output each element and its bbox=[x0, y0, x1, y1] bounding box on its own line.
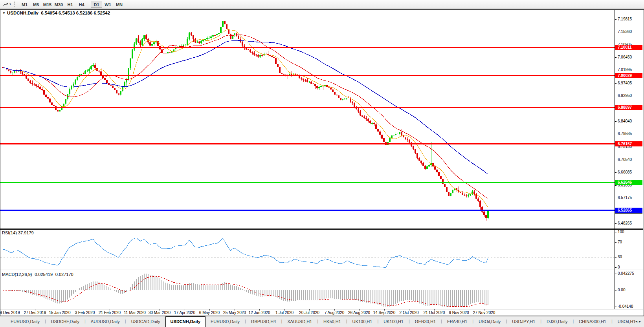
price-tick: 6.48265 bbox=[615, 221, 632, 226]
price-tick: 6.97405 bbox=[615, 81, 632, 86]
rsi-tick: 70 bbox=[615, 240, 622, 245]
rsi-chart bbox=[0, 230, 615, 270]
date-label: 25 May 2020 bbox=[223, 311, 246, 315]
price-tick: 7.06450 bbox=[615, 55, 632, 60]
chart-menu-icon[interactable]: ▼ bbox=[2, 11, 6, 15]
timeframe-button-m15[interactable]: M15 bbox=[42, 1, 53, 8]
timeframe-button-m30[interactable]: M30 bbox=[53, 1, 64, 8]
chart-tab-bar: EURUSD,Daily|USDCHF,Daily|AUDUSD,Daily|U… bbox=[0, 316, 644, 327]
chart-window: ▼USDCNH,Daily 6.54054 6.54513 6.52186 6.… bbox=[0, 9, 644, 316]
price-tick: 6.92950 bbox=[615, 93, 632, 98]
cursor-tool-icon bbox=[3, 2, 9, 7]
price-tick: 6.66085 bbox=[615, 170, 632, 175]
macd-tick: -0.04148 bbox=[615, 304, 633, 309]
chart-tabs: EURUSD,Daily|USDCHF,Daily|AUDUSD,Daily|U… bbox=[6, 316, 641, 327]
date-label: 1 Jul 2020 bbox=[275, 311, 294, 315]
macd-axis[interactable]: 0.0422750.00-0.04148 bbox=[615, 271, 643, 309]
timeframe-button-mn[interactable]: MN bbox=[114, 1, 125, 8]
chart-tab[interactable]: CHINA300,H1 bbox=[574, 316, 611, 327]
level-price-chip: 7.00029 bbox=[615, 73, 642, 78]
toolbar-separator bbox=[89, 1, 89, 7]
timeframe-button-w1[interactable]: W1 bbox=[102, 1, 114, 8]
macd-pane[interactable]: MACD(12,26,9) -0.025419 -0.027170 bbox=[0, 271, 615, 309]
rsi-label: RSI(14) 37.9179 bbox=[2, 230, 34, 235]
price-tick: 6.79585 bbox=[615, 132, 632, 136]
timeframe-button-h1[interactable]: H1 bbox=[64, 1, 76, 8]
rsi-tick: 0 bbox=[615, 265, 620, 270]
chart-symbol-label: USDCNH,Daily bbox=[7, 11, 39, 15]
price-tick: 7.01995 bbox=[615, 68, 632, 72]
chart-tab[interactable]: UK100,H1 bbox=[347, 316, 378, 327]
chart-tab[interactable]: USOil,Daily bbox=[473, 316, 506, 327]
timeframe-button-h4[interactable]: H4 bbox=[76, 1, 87, 8]
macd-label: MACD(12,26,9) -0.025419 -0.027170 bbox=[2, 272, 73, 277]
toolbar-grip bbox=[14, 2, 17, 7]
date-label: 26 Aug 2020 bbox=[348, 311, 370, 315]
ma-mid-line bbox=[3, 35, 488, 199]
timeframe-button-d1[interactable]: D1 bbox=[91, 1, 102, 8]
rsi-pane[interactable]: RSI(14) 37.9179 bbox=[0, 230, 615, 270]
chart-tab[interactable]: AUDUSD,Daily bbox=[86, 316, 125, 327]
ma-fast-line bbox=[3, 30, 488, 207]
rsi-tick: 30 bbox=[615, 255, 622, 259]
price-tick: 7.19815 bbox=[615, 17, 632, 22]
rsi-line bbox=[3, 238, 488, 267]
chart-tab[interactable]: GER30,H1 bbox=[410, 316, 441, 327]
date-label: 9 Nov 2020 bbox=[449, 311, 469, 315]
chart-tab[interactable]: USDJPY,H1 bbox=[507, 316, 540, 327]
candlestick-chart bbox=[0, 10, 615, 228]
date-label: 11 Mar 2020 bbox=[124, 311, 145, 315]
chart-tab[interactable]: HK50,H1 bbox=[318, 316, 346, 327]
level-price-chip: 6.52865 bbox=[615, 208, 642, 213]
date-label: 6 May 2020 bbox=[199, 311, 220, 315]
date-label: 21 Feb 2020 bbox=[99, 311, 121, 315]
chart-tab[interactable]: DJ30,Daily bbox=[541, 316, 572, 327]
date-label: 3 Feb 2020 bbox=[75, 311, 95, 315]
price-tick: 7.15360 bbox=[615, 29, 632, 34]
timeframe-button-m5[interactable]: M5 bbox=[30, 1, 42, 8]
date-label: 20 Jul 2020 bbox=[299, 311, 319, 315]
tab-scroll-buttons: ◂▸ bbox=[635, 319, 642, 323]
chart-tab[interactable]: EURUSD,Daily bbox=[205, 316, 245, 327]
date-label: 12 Jun 2020 bbox=[248, 311, 270, 315]
chart-tab[interactable]: USDCNH,Daily bbox=[165, 316, 205, 327]
level-price-chip: 6.76157 bbox=[615, 141, 642, 146]
timeframe-button-m1[interactable]: M1 bbox=[19, 1, 30, 8]
date-label: 17 Apr 2020 bbox=[174, 311, 195, 315]
chart-quote-values: 6.54054 6.54513 6.52186 6.52542 bbox=[41, 11, 110, 15]
date-axis[interactable]: 9 Dec 201927 Dec 201915 Jan 20203 Feb 20… bbox=[0, 309, 643, 316]
cursor-tool-button[interactable]: ▾ bbox=[2, 1, 12, 8]
price-axis[interactable]: 7.198157.153607.109057.064507.019956.974… bbox=[615, 10, 643, 228]
level-price-chip: 7.10011 bbox=[615, 45, 642, 50]
timeframe-buttons: M1M5M15M30H1H4D1W1MN bbox=[19, 1, 125, 8]
level-price-chip: 6.62646 bbox=[615, 180, 642, 185]
tab-scroll-right-icon[interactable]: ▸ bbox=[639, 319, 642, 323]
chart-tab[interactable]: USDCHF,Daily bbox=[46, 316, 84, 327]
macd-chart bbox=[0, 271, 615, 309]
rsi-tick: 100 bbox=[615, 230, 624, 234]
date-label: 2 Oct 2020 bbox=[400, 311, 419, 315]
chart-tab[interactable]: FRA40,H1 bbox=[442, 316, 472, 327]
main-chart-pane[interactable]: ▼USDCNH,Daily 6.54054 6.54513 6.52186 6.… bbox=[0, 10, 615, 228]
chart-tab[interactable]: EURUSD,Daily bbox=[6, 316, 45, 327]
chart-tab[interactable]: GBPUSD,H4 bbox=[246, 316, 281, 327]
date-label: 9 Dec 2019 bbox=[0, 311, 20, 315]
chevron-down-icon: ▾ bbox=[9, 1, 11, 8]
rsi-axis[interactable]: 10070300 bbox=[615, 230, 643, 270]
chart-tab[interactable]: USDCAD,Daily bbox=[126, 316, 165, 327]
chart-tab[interactable]: XAUUSD,H1 bbox=[282, 316, 317, 327]
date-label: 14 Sep 2020 bbox=[373, 311, 396, 315]
date-label: 15 Jan 2020 bbox=[49, 311, 70, 315]
price-tick: 6.70540 bbox=[615, 157, 632, 162]
macd-tick: 0.042275 bbox=[615, 271, 634, 276]
date-label: 21 Oct 2020 bbox=[424, 311, 445, 315]
price-tick: 6.57175 bbox=[615, 195, 632, 200]
timeframe-toolbar: ▾ M1M5M15M30H1H4D1W1MN bbox=[0, 0, 644, 9]
chart-title: ▼USDCNH,Daily 6.54054 6.54513 6.52186 6.… bbox=[2, 11, 110, 15]
level-price-chip: 6.88897 bbox=[615, 105, 642, 110]
macd-tick: 0.00 bbox=[615, 288, 625, 292]
tab-scroll-left-icon[interactable]: ◂ bbox=[635, 319, 639, 323]
price-tick: 6.84040 bbox=[615, 119, 632, 124]
chart-tab[interactable]: UK100,H1 bbox=[378, 316, 409, 327]
date-label: 27 Dec 2019 bbox=[24, 311, 46, 315]
